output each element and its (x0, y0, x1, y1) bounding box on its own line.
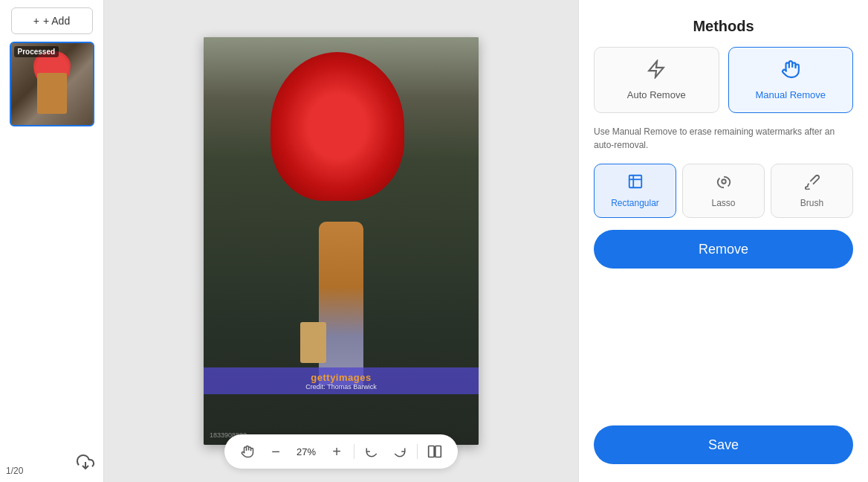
photo-bag (300, 322, 326, 363)
remove-button[interactable]: Remove (594, 230, 853, 269)
download-icon (77, 453, 94, 475)
brush-icon (804, 173, 820, 193)
minus-icon: − (271, 443, 280, 460)
manual-remove-icon (781, 60, 800, 83)
auto-remove-card[interactable]: Auto Remove (594, 47, 719, 113)
svg-rect-0 (429, 446, 435, 457)
plus-icon: + (332, 443, 341, 460)
sidebar: + + Add Processed 1/20 (0, 0, 104, 482)
rectangular-label: Rectangular (611, 198, 659, 208)
undo-button[interactable] (359, 439, 384, 464)
watermark-credit: Credit: Thomas Barwick (305, 383, 376, 391)
auto-remove-icon (647, 60, 666, 83)
manual-remove-card[interactable]: Manual Remove (728, 47, 854, 113)
watermark-brand: gettyimages (311, 372, 371, 383)
photo-background: gettyimages Credit: Thomas Barwick 18339… (204, 37, 479, 445)
right-panel: Methods Auto Remove Manual Remove Use Ma… (578, 0, 868, 482)
save-button[interactable]: Save (594, 425, 853, 464)
brush-label: Brush (800, 198, 823, 208)
plus-icon: + (33, 15, 39, 27)
zoom-level: 27% (291, 446, 321, 457)
compare-button[interactable] (422, 439, 447, 464)
thumbnail-badge: Processed (14, 46, 59, 57)
svg-marker-2 (650, 61, 664, 77)
hand-tool-button[interactable] (235, 439, 260, 464)
auto-remove-label: Auto Remove (627, 89, 686, 100)
manual-remove-label: Manual Remove (755, 89, 826, 100)
toolbar-divider (354, 444, 354, 459)
add-button[interactable]: + + Add (11, 7, 93, 34)
page-info: 1/20 (6, 466, 23, 476)
brush-tool[interactable]: Brush (771, 164, 853, 218)
toolbar-divider-2 (417, 444, 418, 459)
remove-button-label: Remove (699, 242, 748, 257)
lasso-icon (716, 173, 732, 193)
method-description: Use Manual Remove to erase remaining wat… (594, 125, 853, 152)
main-image: gettyimages Credit: Thomas Barwick 18339… (204, 37, 479, 445)
add-button-label: + Add (43, 15, 70, 27)
zoom-in-button[interactable]: + (324, 439, 349, 464)
methods-row: Auto Remove Manual Remove (594, 47, 853, 113)
selection-tools: Rectangular Lasso Brush (594, 164, 853, 218)
redo-button[interactable] (387, 439, 412, 464)
zoom-out-button[interactable]: − (263, 439, 288, 464)
lasso-tool[interactable]: Lasso (682, 164, 765, 218)
canvas-area: gettyimages Credit: Thomas Barwick 18339… (104, 0, 578, 482)
save-button-label: Save (708, 437, 739, 452)
watermark-overlay: gettyimages Credit: Thomas Barwick (204, 367, 479, 394)
lasso-label: Lasso (711, 198, 735, 208)
panel-title: Methods (594, 18, 853, 35)
sidebar-footer: 1/20 (6, 453, 97, 475)
photo-figure (304, 177, 378, 385)
rectangular-tool[interactable]: Rectangular (594, 164, 676, 218)
canvas-toolbar: − 27% + (224, 434, 458, 469)
svg-rect-1 (435, 446, 441, 457)
thumbnail-item[interactable]: Processed (10, 42, 94, 126)
rectangular-icon (627, 173, 644, 193)
svg-rect-3 (629, 176, 641, 188)
